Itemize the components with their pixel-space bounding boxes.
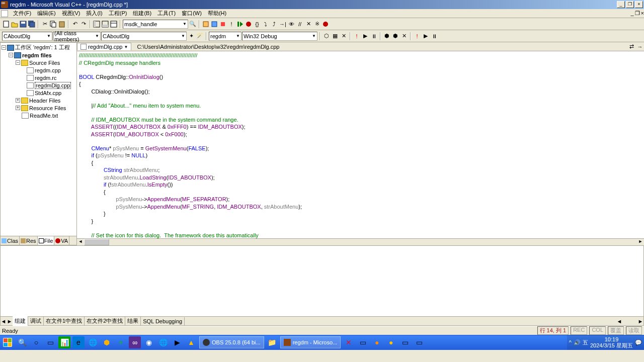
file-tree[interactable]: −工作区 'regdm': 1 工程 −regdm files −Source … bbox=[1, 43, 76, 236]
tb-go-button[interactable]: ▶ bbox=[361, 32, 369, 40]
taskbar-task-vc[interactable]: regdm - Microso... bbox=[280, 336, 341, 348]
stopbuild-button[interactable] bbox=[219, 20, 227, 28]
expand-icon[interactable]: − bbox=[2, 45, 6, 50]
tb-compile-button[interactable]: ⬡ bbox=[323, 32, 331, 40]
scroll-right-button[interactable]: ► bbox=[637, 239, 644, 245]
wizard-button[interactable]: 🪄 bbox=[196, 32, 204, 40]
class-combo[interactable]: CAboutDlg▼ bbox=[2, 32, 52, 41]
tab-prev-button[interactable]: ◄ bbox=[1, 318, 7, 324]
tb-execute-button[interactable]: ! bbox=[353, 32, 361, 40]
menu-window[interactable]: 窗口(W) bbox=[179, 9, 205, 18]
taskbar-app-3[interactable]: ⬢ bbox=[101, 336, 113, 348]
editor-hscroll[interactable]: ◄ ► bbox=[77, 238, 644, 245]
output-tab-results[interactable]: 结果 bbox=[125, 316, 141, 326]
taskbar-app-8[interactable]: 📁 bbox=[266, 336, 278, 348]
execute-button[interactable]: ! bbox=[227, 20, 235, 28]
mdi-minimize-button[interactable]: _ bbox=[630, 10, 633, 17]
compile-button[interactable] bbox=[202, 20, 210, 28]
cut-button[interactable]: ✂ bbox=[41, 20, 49, 28]
tb-btn-c[interactable]: ✕ bbox=[400, 32, 408, 40]
taskbar-app-13[interactable]: ▭ bbox=[399, 336, 411, 348]
taskbar-steam[interactable]: ◉ bbox=[143, 336, 155, 348]
taskbar-app-1[interactable]: 📊 bbox=[58, 336, 70, 348]
tree-project[interactable]: −regdm files bbox=[2, 51, 75, 59]
taskbar-app-9[interactable]: ✕ bbox=[343, 336, 355, 348]
tab-va[interactable]: VA bbox=[54, 236, 69, 245]
tray-network-icon[interactable]: 🔊 bbox=[574, 339, 581, 346]
menu-edit[interactable]: 编辑(E) bbox=[34, 9, 59, 18]
tree-workspace[interactable]: −工作区 'regdm': 1 工程 bbox=[2, 44, 75, 51]
start-button[interactable] bbox=[0, 335, 15, 350]
symbol-combo[interactable]: CAboutDlg▼ bbox=[101, 32, 187, 41]
tree-file-selected[interactable]: regdmDlg.cpp bbox=[2, 81, 75, 89]
expand-icon[interactable]: − bbox=[9, 53, 13, 57]
output-tab-find2[interactable]: 在文件2中查找 bbox=[85, 316, 125, 326]
taskbar-app-2[interactable]: 🌐 bbox=[87, 336, 99, 348]
tb-btn-e[interactable]: ▶ bbox=[422, 32, 430, 40]
output-tab-build[interactable]: 组建 bbox=[13, 316, 28, 326]
mdi-restore-button[interactable]: ❐ bbox=[635, 10, 640, 17]
registers-button[interactable]: ※ bbox=[313, 20, 321, 28]
tb-btn-d[interactable]: ! bbox=[413, 32, 421, 40]
taskbar-search[interactable]: 🔍 bbox=[16, 336, 28, 348]
menu-tools[interactable]: 工具(T) bbox=[154, 9, 179, 18]
find-combo[interactable]: msdk_handle▼ bbox=[123, 20, 188, 29]
watch-button[interactable]: // bbox=[296, 20, 304, 28]
tab-classview[interactable]: Clas bbox=[1, 236, 20, 245]
saveall-button[interactable] bbox=[28, 20, 36, 28]
taskbar-taskview[interactable]: ▭ bbox=[44, 336, 56, 348]
tray-clock[interactable]: 10:19 2024/3/15 星期五 bbox=[590, 336, 633, 348]
tb-break-button[interactable]: ⏸ bbox=[370, 32, 378, 40]
stepover-button[interactable]: ⤵ bbox=[262, 20, 270, 28]
scroll-left-button[interactable]: ◄ bbox=[616, 318, 622, 324]
tb-stop-button[interactable]: ✕ bbox=[340, 32, 348, 40]
minimize-button[interactable]: _ bbox=[617, 1, 625, 8]
build-button[interactable] bbox=[210, 20, 218, 28]
close-button[interactable]: × bbox=[635, 1, 643, 8]
taskbar-vs[interactable]: ∞ bbox=[129, 336, 141, 348]
toggle-header-button[interactable]: ⇄ bbox=[627, 43, 635, 51]
taskbar-app-5[interactable]: 🌐 bbox=[157, 336, 169, 348]
tree-folder-resource[interactable]: +Resource Files bbox=[2, 104, 75, 112]
taskbar-app-4[interactable]: + bbox=[115, 336, 127, 348]
tree-file[interactable]: regdm.rc bbox=[2, 74, 75, 81]
tree-file[interactable]: StdAfx.cpp bbox=[2, 89, 75, 97]
tree-file[interactable]: ReadMe.txt bbox=[2, 112, 75, 119]
tab-fileview[interactable]: File bbox=[38, 236, 55, 245]
tree-file[interactable]: regdm.cpp bbox=[2, 66, 75, 74]
taskbar-cortana[interactable]: ○ bbox=[30, 336, 42, 348]
scroll-thumb[interactable] bbox=[84, 239, 109, 245]
quickwatch-button[interactable]: 👁 bbox=[287, 20, 295, 28]
go-button[interactable] bbox=[236, 20, 244, 28]
workspace-button[interactable] bbox=[93, 20, 101, 28]
taskbar-edge[interactable]: e bbox=[72, 336, 85, 348]
scroll-left-button[interactable]: ◄ bbox=[77, 239, 84, 245]
editor-tab[interactable]: regdmDlg.cpp▼ bbox=[77, 43, 131, 50]
save-button[interactable] bbox=[19, 20, 27, 28]
output-button[interactable] bbox=[101, 20, 109, 28]
tree-folder-source[interactable]: −Source Files bbox=[2, 59, 75, 66]
tb-btn-a[interactable]: ⬢ bbox=[383, 32, 391, 40]
menu-view[interactable]: 视图(V) bbox=[59, 9, 84, 18]
tab-next-button[interactable]: ► bbox=[7, 318, 13, 324]
menu-build[interactable]: 组建(B) bbox=[130, 9, 154, 18]
taskbar-app-10[interactable]: ▭ bbox=[357, 336, 369, 348]
tb-btn-f[interactable]: ⏸ bbox=[430, 32, 438, 40]
stepinto-button[interactable]: {} bbox=[253, 20, 261, 28]
copy-button[interactable] bbox=[49, 20, 57, 28]
taskbar-app-7[interactable]: ▲ bbox=[185, 336, 197, 348]
memory-button[interactable] bbox=[321, 20, 330, 28]
output-tab-find1[interactable]: 在文件1中查找 bbox=[44, 316, 85, 326]
maximize-button[interactable]: ❐ bbox=[626, 1, 634, 8]
taskbar-app-14[interactable]: ▭ bbox=[413, 336, 425, 348]
dropdown-icon[interactable]: ▼ bbox=[124, 45, 128, 49]
goto-button[interactable]: ✦ bbox=[187, 32, 195, 40]
paste-button[interactable] bbox=[58, 20, 66, 28]
tray-notifications-button[interactable]: 💬 bbox=[635, 339, 642, 346]
menu-project[interactable]: 工程(P) bbox=[106, 9, 130, 18]
runto-button[interactable]: →| bbox=[279, 20, 287, 28]
expand-icon[interactable]: + bbox=[16, 98, 20, 103]
scroll-right-button[interactable]: ► bbox=[637, 318, 643, 324]
taskbar-app-12[interactable]: ● bbox=[385, 336, 397, 348]
mdi-close-button[interactable]: × bbox=[641, 10, 644, 17]
